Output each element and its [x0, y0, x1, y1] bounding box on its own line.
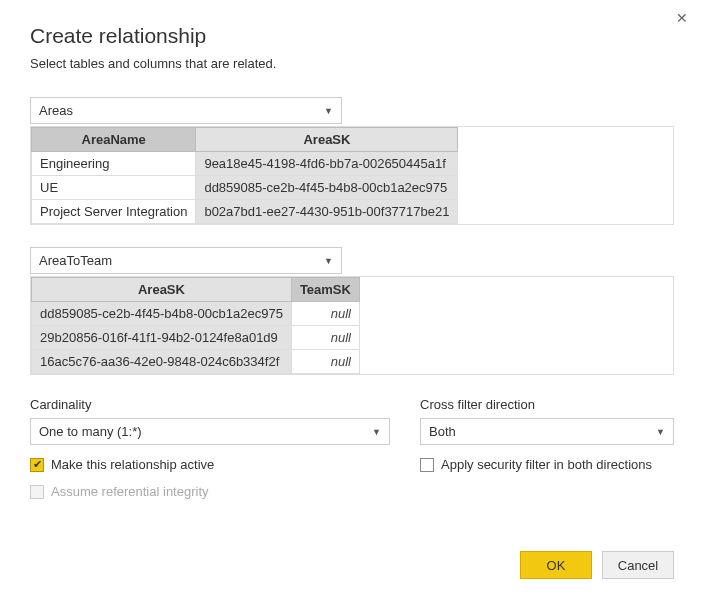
security-checkbox-row[interactable]: Apply security filter in both directions [420, 457, 674, 472]
table-cell: Engineering [32, 152, 196, 176]
checkbox-unchecked-icon [420, 458, 434, 472]
table-cell: UE [32, 176, 196, 200]
cancel-button[interactable]: Cancel [602, 551, 674, 579]
table2-preview: AreaSKTeamSKdd859085-ce2b-4f45-b4b8-00cb… [30, 276, 674, 375]
security-checkbox-label: Apply security filter in both directions [441, 457, 652, 472]
ok-button[interactable]: OK [520, 551, 592, 579]
integrity-checkbox-row: Assume referential integrity [30, 484, 390, 499]
cardinality-label: Cardinality [30, 397, 390, 412]
chevron-down-icon: ▼ [656, 419, 665, 444]
table-cell: dd859085-ce2b-4f45-b4b8-00cb1a2ec975 [32, 302, 292, 326]
table2-select[interactable]: AreaToTeam ▼ [30, 247, 342, 274]
table-cell: 16ac5c76-aa36-42e0-9848-024c6b334f2f [32, 350, 292, 374]
active-checkbox-label: Make this relationship active [51, 457, 214, 472]
active-checkbox-row[interactable]: ✔ Make this relationship active [30, 457, 390, 472]
close-icon[interactable]: ✕ [676, 10, 688, 26]
checkbox-checked-icon: ✔ [30, 458, 44, 472]
chevron-down-icon: ▼ [372, 419, 381, 444]
table-row[interactable]: Project Server Integrationb02a7bd1-ee27-… [32, 200, 458, 224]
table-cell: 9ea18e45-4198-4fd6-bb7a-002650445a1f [196, 152, 458, 176]
cardinality-value: One to many (1:*) [39, 424, 142, 439]
chevron-down-icon: ▼ [324, 98, 333, 123]
dialog-subtitle: Select tables and columns that are relat… [30, 56, 674, 71]
integrity-checkbox-label: Assume referential integrity [51, 484, 209, 499]
table1-preview: AreaNameAreaSKEngineering9ea18e45-4198-4… [30, 126, 674, 225]
table-cell: dd859085-ce2b-4f45-b4b8-00cb1a2ec975 [196, 176, 458, 200]
chevron-down-icon: ▼ [324, 248, 333, 273]
table-row[interactable]: 29b20856-016f-41f1-94b2-0124fe8a01d9null [32, 326, 360, 350]
column-header[interactable]: AreaName [32, 128, 196, 152]
table-cell: 29b20856-016f-41f1-94b2-0124fe8a01d9 [32, 326, 292, 350]
crossfilter-label: Cross filter direction [420, 397, 674, 412]
table1-select-value: Areas [39, 103, 73, 118]
table-cell: b02a7bd1-ee27-4430-951b-00f37717be21 [196, 200, 458, 224]
table-cell: Project Server Integration [32, 200, 196, 224]
crossfilter-value: Both [429, 424, 456, 439]
checkbox-disabled-icon [30, 485, 44, 499]
table-row[interactable]: UEdd859085-ce2b-4f45-b4b8-00cb1a2ec975 [32, 176, 458, 200]
table-cell: null [291, 302, 359, 326]
table-row[interactable]: dd859085-ce2b-4f45-b4b8-00cb1a2ec975null [32, 302, 360, 326]
column-header[interactable]: TeamSK [291, 278, 359, 302]
column-header[interactable]: AreaSK [32, 278, 292, 302]
column-header[interactable]: AreaSK [196, 128, 458, 152]
table-row[interactable]: Engineering9ea18e45-4198-4fd6-bb7a-00265… [32, 152, 458, 176]
table-row[interactable]: 16ac5c76-aa36-42e0-9848-024c6b334f2fnull [32, 350, 360, 374]
cardinality-select[interactable]: One to many (1:*) ▼ [30, 418, 390, 445]
dialog-title: Create relationship [30, 24, 674, 48]
crossfilter-select[interactable]: Both ▼ [420, 418, 674, 445]
table-cell: null [291, 350, 359, 374]
table-cell: null [291, 326, 359, 350]
table2-select-value: AreaToTeam [39, 253, 112, 268]
table1-select[interactable]: Areas ▼ [30, 97, 342, 124]
